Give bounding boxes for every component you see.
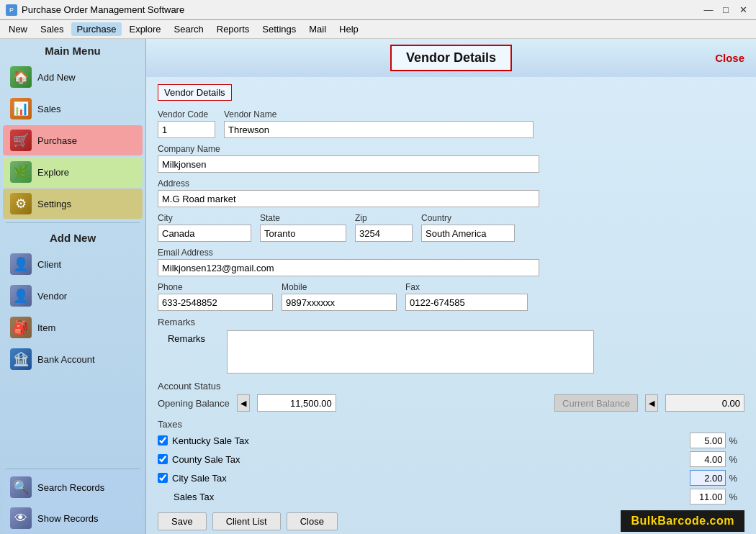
explore-icon: 🌿: [10, 161, 32, 183]
menu-explore[interactable]: Explore: [123, 22, 166, 36]
titlebar-left: P Purchase Order Management Software: [6, 4, 184, 16]
zip-group: Zip: [355, 213, 413, 242]
county-tax-row: County Sale Tax %: [158, 451, 744, 467]
bankaccount-label: Bank Account: [37, 354, 95, 365]
country-label: Country: [421, 213, 515, 223]
city-checkbox[interactable]: [158, 473, 168, 483]
settings-icon: ⚙: [10, 193, 32, 214]
searchrecords-icon: 🔍: [10, 476, 32, 498]
fax-input[interactable]: [405, 294, 528, 311]
client-label: Client: [37, 259, 61, 270]
account-status-label: Account Status: [158, 381, 744, 392]
state-input[interactable]: [260, 225, 346, 242]
sidebar-item-purchase[interactable]: 🛒 Purchase: [3, 125, 143, 155]
sidebar-item-client[interactable]: 👤 Client: [3, 249, 143, 279]
menu-search[interactable]: Search: [168, 22, 210, 36]
city-group: City: [158, 213, 251, 242]
taxes-label: Taxes: [158, 419, 744, 430]
client-list-button[interactable]: Client List: [212, 512, 281, 530]
main-layout: Main Menu 🏠 Add New 📊 Sales 🛒 Purchase 🌿…: [0, 39, 756, 534]
county-label: County Sale Tax: [172, 454, 240, 465]
opening-balance-input[interactable]: [257, 394, 336, 412]
main-menu-title: Main Menu: [0, 39, 145, 61]
fax-label: Fax: [405, 282, 528, 292]
addnew-icon: 🏠: [10, 66, 32, 88]
sidebar-item-settings[interactable]: ⚙ Settings: [3, 189, 143, 219]
save-button[interactable]: Save: [158, 512, 207, 530]
county-checkbox[interactable]: [158, 454, 168, 464]
email-group: Email Address: [158, 248, 539, 276]
phone-input[interactable]: [158, 294, 273, 311]
current-balance-input: [665, 394, 744, 412]
address-input[interactable]: [158, 190, 539, 207]
current-balance-decrement[interactable]: ◀: [645, 394, 658, 412]
vendor-code-group: Vendor Code: [158, 109, 215, 138]
company-name-input[interactable]: [158, 155, 539, 173]
opening-balance-decrement[interactable]: ◀: [237, 394, 250, 412]
minimize-button[interactable]: —: [701, 3, 716, 17]
city-tax-right: %: [690, 470, 737, 486]
content-area: Vendor Details Close Vendor Details Vend…: [146, 39, 756, 534]
city-label: City Sale Tax: [172, 473, 227, 484]
sidebar-divider-1: [6, 222, 140, 223]
kentucky-label: Kentucky Sale Tax: [172, 435, 249, 446]
country-input[interactable]: [421, 225, 515, 242]
kentucky-tax-right: %: [690, 433, 737, 448]
city-input[interactable]: [158, 225, 251, 242]
menubar: New Sales Purchase Explore Search Report…: [0, 20, 756, 39]
county-input[interactable]: [690, 451, 726, 467]
bulkbarcode-badge: BulkBarcode.com: [621, 510, 744, 532]
sidebar-item-searchrecords[interactable]: 🔍 Search Records: [3, 472, 143, 502]
form-close-button[interactable]: Close: [715, 52, 744, 64]
menu-new[interactable]: New: [3, 22, 33, 36]
form-panel: Vendor Details Vendor Code Vendor Name C…: [146, 77, 756, 534]
sidebar-divider-2: [6, 469, 140, 469]
maximize-button[interactable]: □: [719, 3, 733, 17]
remarks-row: Remarks: [158, 330, 744, 374]
menu-help[interactable]: Help: [333, 22, 364, 36]
item-label: Item: [37, 322, 55, 333]
titlebar-controls[interactable]: — □ ✕: [701, 3, 750, 17]
vendor-name-group: Vendor Name: [224, 109, 534, 138]
close-form-button[interactable]: Close: [287, 512, 338, 530]
sidebar-item-showrecords[interactable]: 👁 Show Records: [3, 503, 143, 533]
sidebar-item-item[interactable]: 🎒 Item: [3, 312, 143, 343]
city-input[interactable]: [690, 470, 726, 486]
settings-label: Settings: [37, 199, 71, 209]
sales-tax-input[interactable]: [690, 489, 726, 504]
vendor-code-input[interactable]: [158, 121, 215, 138]
sales-tax-label: Sales Tax: [174, 492, 214, 502]
menu-sales[interactable]: Sales: [35, 22, 70, 36]
sidebar-item-explore[interactable]: 🌿 Explore: [3, 157, 143, 187]
email-input[interactable]: [158, 259, 539, 276]
titlebar: P Purchase Order Management Software — □…: [0, 0, 756, 20]
remarks-section-label: Remarks: [158, 317, 744, 327]
vendor-label: Vendor: [37, 291, 67, 302]
email-label: Email Address: [158, 248, 539, 258]
window-close-button[interactable]: ✕: [736, 3, 750, 17]
country-group: Country: [421, 213, 515, 242]
opening-balance-label: Opening Balance: [158, 398, 230, 409]
kentucky-input[interactable]: [690, 433, 726, 448]
showrecords-icon: 👁: [10, 507, 32, 529]
mobile-input[interactable]: [282, 294, 397, 311]
showrecords-label: Show Records: [37, 513, 99, 524]
vendor-details-tab[interactable]: Vendor Details: [158, 84, 232, 101]
city-tax-left: City Sale Tax: [158, 473, 227, 484]
remarks-textarea[interactable]: [227, 330, 594, 374]
menu-reports[interactable]: Reports: [211, 22, 256, 36]
sidebar-item-sales[interactable]: 📊 Sales: [3, 94, 143, 124]
vendor-name-input[interactable]: [224, 121, 534, 138]
sidebar-item-bankaccount[interactable]: 🏦 Bank Account: [3, 344, 143, 374]
bankaccount-icon: 🏦: [10, 348, 32, 370]
taxes-section: Taxes Kentucky Sale Tax % County Sale Ta…: [158, 419, 744, 504]
account-status-section: Account Status Opening Balance ◀ Current…: [158, 381, 744, 412]
zip-input[interactable]: [355, 225, 413, 242]
menu-settings[interactable]: Settings: [256, 22, 302, 36]
kentucky-checkbox[interactable]: [158, 435, 168, 445]
vendor-icon: 👤: [10, 285, 32, 307]
menu-purchase[interactable]: Purchase: [71, 22, 122, 36]
sidebar-item-addnew[interactable]: 🏠 Add New: [3, 62, 143, 92]
sidebar-item-vendor[interactable]: 👤 Vendor: [3, 281, 143, 311]
menu-mail[interactable]: Mail: [303, 22, 332, 36]
